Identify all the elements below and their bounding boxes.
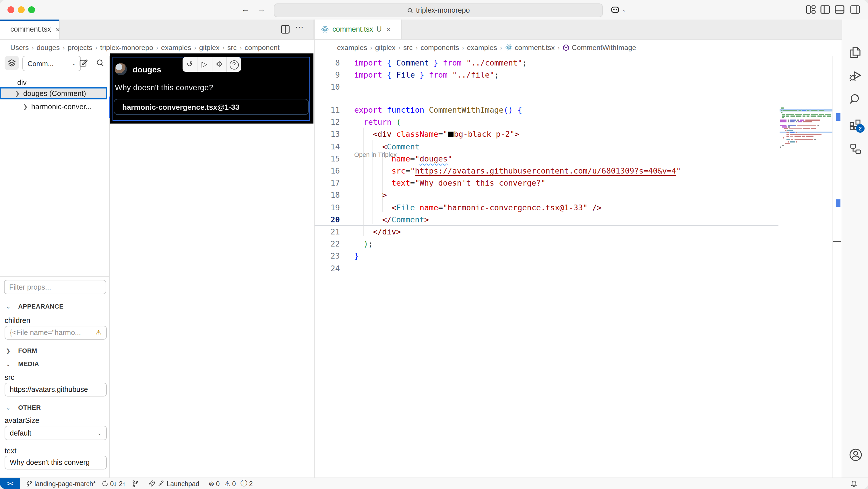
help-icon[interactable]: ? xyxy=(226,57,241,72)
breadcrumb-item[interactable]: triplex-monorepo xyxy=(100,44,153,51)
children-input[interactable]: {<File name="harmo... ⚠ xyxy=(5,326,107,340)
breadcrumb-file[interactable]: comment.tsx xyxy=(515,44,555,51)
split-editor-icon[interactable] xyxy=(281,25,290,34)
minimize-window-button[interactable] xyxy=(18,6,25,13)
maximize-window-button[interactable] xyxy=(28,6,35,13)
code-line[interactable]: 9import { File } from "../file"; xyxy=(315,69,499,81)
code-line[interactable]: 21 </div> xyxy=(315,226,401,238)
minimap-line xyxy=(803,121,812,122)
code-line[interactable]: 11export function CommentWithImage() { xyxy=(315,104,522,116)
preview-canvas[interactable]: douges ↺ ▷ ⚙ ? Why doesn't this converge… xyxy=(110,53,313,123)
section-appearance[interactable]: ⌄ APPEARANCE xyxy=(6,303,63,310)
file-attachment-chip[interactable]: harmonic-convergence.tsx@1-33 xyxy=(114,99,309,115)
section-other[interactable]: ⌄ OTHER xyxy=(6,404,41,411)
breadcrumb-item[interactable]: src xyxy=(227,44,237,51)
avatar-size-select[interactable]: default ⌄ xyxy=(5,426,107,440)
code-editor[interactable]: Open in Triplex 8import { Comment } from… xyxy=(315,56,842,478)
extensions-icon[interactable]: 2 xyxy=(848,117,862,131)
breadcrumb-separator: › xyxy=(462,44,464,51)
search-scene-button[interactable] xyxy=(94,56,105,70)
minimap-line xyxy=(780,125,786,126)
toggle-panel-icon[interactable] xyxy=(835,5,844,14)
code-line[interactable]: 16 src="https://avatars.githubuserconten… xyxy=(315,165,681,177)
chevron-down-icon[interactable]: ⌄ xyxy=(622,7,626,12)
component-selector[interactable]: Comm... ⌄ xyxy=(22,56,81,71)
toggle-secondary-sidebar-icon[interactable] xyxy=(850,5,860,14)
code-line[interactable]: 23} xyxy=(315,250,359,262)
layers-button[interactable] xyxy=(5,56,19,70)
diagnostics-item[interactable]: ⊗ 0 ⚠ 0 ⓘ 2 xyxy=(208,479,253,488)
close-icon[interactable]: × xyxy=(56,25,60,34)
breadcrumb-item[interactable]: douges xyxy=(37,44,60,51)
minimap-line xyxy=(819,114,824,115)
remote-indicator[interactable]: >< xyxy=(0,478,20,489)
code-line[interactable]: 12 return ( xyxy=(315,116,401,128)
notifications-bell-icon[interactable] xyxy=(850,480,858,488)
tree-item-selected[interactable]: ❯ douges (Comment) xyxy=(0,87,107,99)
settings-gear-icon[interactable]: ⚙ xyxy=(212,57,226,72)
code-line[interactable]: 24 xyxy=(315,262,354,275)
minimap-line xyxy=(781,108,784,109)
breadcrumb-symbol[interactable]: CommentWithImage xyxy=(572,44,636,51)
text-input[interactable]: Why doesn't this converg xyxy=(5,456,107,469)
forward-arrow-icon[interactable]: → xyxy=(257,4,266,14)
breadcrumb-item[interactable]: src xyxy=(403,44,413,51)
copilot-icon[interactable] xyxy=(610,5,620,15)
code-line[interactable]: 22 ); xyxy=(315,238,373,250)
edit-component-button[interactable] xyxy=(78,56,89,70)
minimap-line xyxy=(790,132,795,133)
triplex-scene-icon[interactable] xyxy=(848,142,862,156)
code-line[interactable]: 18 > xyxy=(315,189,387,201)
git-graph-icon[interactable] xyxy=(132,480,139,488)
undo-icon[interactable]: ↺ xyxy=(183,57,197,72)
launchpad-item[interactable]: Launchpad xyxy=(148,480,199,487)
more-actions-icon[interactable]: ⋯ xyxy=(295,22,304,32)
toggle-sidebar-icon[interactable] xyxy=(820,5,830,14)
code-line[interactable]: 15 name="douges" xyxy=(315,153,453,165)
section-form[interactable]: ❯ FORM xyxy=(6,347,37,354)
minimap-line xyxy=(785,130,786,131)
code-line[interactable]: 20 </Comment> xyxy=(315,214,429,226)
section-media[interactable]: ⌄ MEDIA xyxy=(6,360,39,367)
code-line[interactable]: 19 <File name="harmonic-convergence.tsx@… xyxy=(315,201,601,213)
tab-comment-tsx-left[interactable]: comment.tsx × xyxy=(0,20,60,39)
code-line[interactable]: 14 <Comment xyxy=(315,141,420,152)
play-icon[interactable]: ▷ xyxy=(197,57,212,72)
tab-comment-tsx-editor[interactable]: comment.tsx U × xyxy=(313,20,402,39)
breadcrumb-item[interactable]: gitplex xyxy=(375,44,396,51)
minimap[interactable] xyxy=(780,56,832,478)
code-line[interactable]: 10 xyxy=(315,81,354,93)
breadcrumb-item[interactable]: component xyxy=(245,44,280,51)
breadcrumb-item[interactable]: Users xyxy=(10,44,29,51)
tree-item-div[interactable]: div xyxy=(17,77,27,87)
breadcrumb-item[interactable]: examples xyxy=(161,44,191,51)
breadcrumb-item[interactable]: examples xyxy=(337,44,367,51)
filter-props-input[interactable]: Filter props... xyxy=(4,280,106,294)
breadcrumb-item[interactable]: components xyxy=(421,44,459,51)
panel-drag-indicator[interactable] xyxy=(109,96,110,118)
minimap-line xyxy=(787,121,789,122)
breadcrumb-item[interactable]: examples xyxy=(467,44,497,51)
src-input[interactable]: https://avatars.githubuse xyxy=(5,383,107,397)
back-arrow-icon[interactable]: ← xyxy=(241,4,250,14)
git-sync-item[interactable]: 0↓ 2↑ xyxy=(102,480,126,487)
command-center-search[interactable]: triplex-monorepo xyxy=(274,3,603,17)
customize-layout-icon[interactable] xyxy=(806,5,816,14)
code-line[interactable]: 17 text="Why doesn't this converge?" xyxy=(315,177,546,189)
scrollbar-dash[interactable] xyxy=(833,240,841,242)
breadcrumb-editor[interactable]: examples›gitplex›src›components›examples… xyxy=(337,39,836,56)
code-line[interactable]: 8import { Comment } from "../comment"; xyxy=(315,57,527,69)
overview-ruler[interactable] xyxy=(832,56,842,478)
tree-item-child[interactable]: ❯ harmonic-conver... xyxy=(0,100,110,112)
info-icon: ⓘ xyxy=(241,479,247,488)
git-branch-item[interactable]: landing-page-march* xyxy=(26,480,96,487)
search-icon[interactable] xyxy=(848,92,862,106)
close-window-button[interactable] xyxy=(7,6,14,13)
run-debug-icon[interactable] xyxy=(848,69,862,83)
explorer-icon[interactable] xyxy=(848,46,862,59)
breadcrumb-item[interactable]: gitplex xyxy=(199,44,220,51)
code-line[interactable]: 13 <div className="bg-black p-2"> xyxy=(315,128,519,141)
account-icon[interactable] xyxy=(848,448,862,461)
close-icon[interactable]: × xyxy=(386,25,391,34)
breadcrumb-item[interactable]: projects xyxy=(68,44,92,51)
